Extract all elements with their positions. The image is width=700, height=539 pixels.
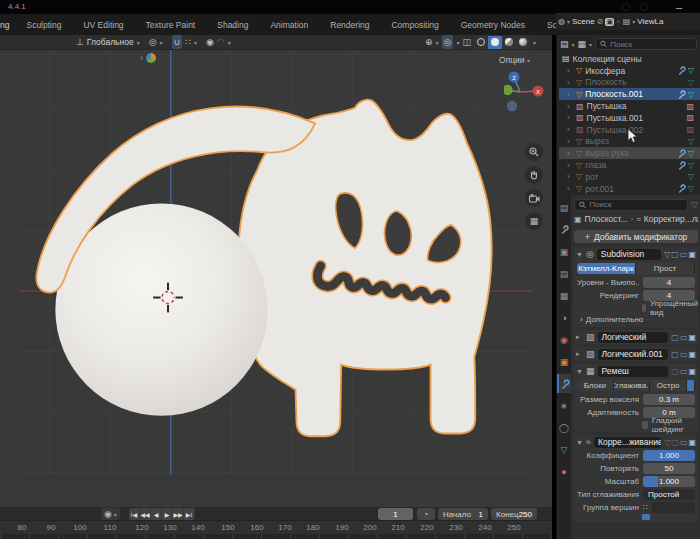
modifier-header[interactable]: ▼ ◎ Subdivision ▽ ▢ ▭ ▣ [574,247,698,261]
scene-icon[interactable]: ◍ [558,17,565,26]
collapse-icon[interactable]: ▸ [576,333,583,341]
outliner-row-plane-001[interactable]: ›▽ Плоскость.001 ▽ [559,88,700,100]
expand-icon[interactable]: › [567,184,573,193]
modifier-header[interactable]: ▼ ▦ Ремеш ▢ ▭ ▣ [574,364,698,378]
smooth-shading-checkbox[interactable] [642,421,648,429]
modifier-header[interactable]: ▸ ▧ Логический.001 ▢ ▭ ▣ [574,347,698,361]
clipped-checkbox[interactable] [642,514,650,520]
simple-segment[interactable]: Прост [636,263,695,274]
mesh-data-icon[interactable]: ▽ [688,149,694,158]
snap-magnet-icon[interactable]: ∪ [172,35,183,49]
editor-type-icon[interactable]: ▤ [560,37,569,51]
frame-start-field[interactable]: Начало 1 [438,508,488,520]
timeline-ruler[interactable]: 80 90 100 110 120 130 140 150 160 170 18… [0,521,552,534]
scale-slider[interactable]: 1.000 [643,476,695,487]
frame-end-field[interactable]: Конец 250 [491,508,537,520]
viewport-canvas[interactable] [0,35,552,507]
modifier-name-field[interactable]: Корре...живание [594,437,661,448]
prev-keyframe-button[interactable]: ◀◀ [140,508,151,520]
xray-toggle-icon[interactable]: ◫ [462,35,471,49]
editor-type-icon[interactable]: ▤ [557,198,571,217]
tab-scene[interactable]: ◑ [557,308,571,327]
sharp-segment[interactable]: Остро [650,380,687,391]
show-in-editmode-icon[interactable]: ▢ [671,350,679,359]
simplified-checkbox[interactable] [642,304,646,312]
show-in-viewport-icon[interactable]: ▭ [680,333,688,342]
modifier-wrench-icon[interactable] [677,149,686,158]
modifier-name-field[interactable]: Subdivision [597,249,661,260]
display-mode-icon[interactable]: ▦ [578,37,587,51]
shading-solid-button[interactable] [488,36,502,49]
show-in-viewport-icon[interactable]: ▭ [680,367,688,376]
show-in-render-icon[interactable]: ▣ [688,333,696,342]
blocks-segment[interactable]: Блоки [577,380,614,391]
show-in-render-icon[interactable]: ▣ [688,438,696,447]
navigation-gizmo[interactable]: Z X [504,71,544,113]
outliner-row-empty[interactable]: ›▨ Пустышка ▨ [559,100,700,112]
play-reverse-button[interactable]: ◀ [151,508,162,520]
transform-orientation-icon[interactable]: ⊥ [76,35,84,49]
catmull-clark-segment[interactable]: Кэтмелл-Кларк [577,263,636,274]
show-on-cage-icon[interactable]: ▽ [664,438,670,447]
transform-orientation-dropdown[interactable]: Глобальное [87,37,134,47]
zoom-button[interactable] [525,143,543,161]
expand-icon[interactable]: › [567,90,573,99]
shading-rendered-button[interactable] [516,36,530,49]
image-data-icon[interactable]: ▨ [686,113,694,122]
axis-y-handle[interactable] [504,85,513,95]
proportional-editing-icon[interactable]: ◉ [206,35,214,49]
tab-tool[interactable] [557,220,571,239]
view-layer-name[interactable]: ViewLa [637,17,663,26]
tab-output[interactable]: ▤ [557,264,571,283]
tab-shading[interactable]: Shading [206,20,259,30]
levels-render-field[interactable]: 4 [643,290,695,301]
view-layer-icon[interactable]: ▤ [623,17,631,26]
mesh-data-icon[interactable]: ▽ [688,78,694,87]
tab-rendering[interactable]: Rendering [319,20,380,30]
expand-icon[interactable]: › [567,113,573,122]
viewport-3d[interactable]: ⊥ Глобальное ▾ ◎ ▾ ∪ ∷ ▾ ◉ ◠ ▾ ⊕ ▾ ◎ ▾ ◫… [0,35,552,507]
modifier-wrench-icon[interactable] [677,184,686,193]
tab-geometry-nodes[interactable]: Geometry Nodes [450,20,536,30]
outliner-search-input[interactable] [610,40,692,49]
mesh-data-icon[interactable]: ▽ [688,137,694,146]
expand-icon[interactable]: › [567,66,573,75]
mesh-data-icon[interactable]: ▽ [688,66,694,75]
image-data-icon[interactable]: ▨ [686,102,694,111]
vertex-group-field[interactable] [652,502,695,513]
smooth-segment[interactable]: Сглажива... [614,380,651,391]
show-on-cage-icon[interactable]: ▽ [664,250,670,259]
scene-name[interactable]: Scene [572,17,595,26]
expand-icon[interactable]: › [567,172,573,181]
tab-object[interactable]: ▣ [557,352,571,371]
autokey-button[interactable]: ◉ ▾ [101,508,120,520]
outliner-row-cutout-arm[interactable]: ›▽ вырез рука ▽ [559,147,700,159]
tab-particles[interactable]: ∗ [557,396,571,415]
viewport-options-dropdown[interactable]: Опции ▾ [499,55,530,65]
mesh-data-icon[interactable]: ▽ [688,90,694,99]
tab-modifiers[interactable] [557,374,571,393]
show-in-viewport-icon[interactable]: ▭ [680,438,688,447]
expand-icon[interactable]: › [567,161,573,170]
add-modifier-button[interactable]: + Добавить модификатор [574,230,698,243]
jump-to-end-button[interactable]: ▶I [184,508,195,520]
show-in-render-icon[interactable]: ▣ [688,250,696,259]
voxel-size-field[interactable]: 0.3 m [643,394,695,405]
tab-object-data[interactable]: ▽ [557,440,571,459]
falloff-icon[interactable]: ◠ [217,35,225,49]
use-preview-range-button[interactable]: ◔ [417,508,435,520]
tab-modeling-truncated[interactable]: ng [0,20,15,30]
expand-icon[interactable]: › [567,102,573,111]
outliner-row-empty-001[interactable]: ›▨ Пустышка.001 ▨ [559,112,700,124]
properties-search-input[interactable] [589,200,683,209]
camera-view-button[interactable] [525,189,543,207]
collapse-icon[interactable]: ▼ [576,251,583,258]
breadcrumb-modifier[interactable]: Корректир...лажив [644,214,698,224]
modifier-wrench-icon[interactable] [677,90,686,99]
expand-icon[interactable]: › [567,137,573,146]
filter-icon[interactable]: ▽ [691,198,698,212]
show-gizmo-icon[interactable]: ⊕ [425,35,433,49]
mesh-data-icon[interactable]: ▽ [688,184,694,193]
levels-viewport-field[interactable]: 4 [643,277,695,288]
factor-slider[interactable]: 1.000 [643,450,695,461]
